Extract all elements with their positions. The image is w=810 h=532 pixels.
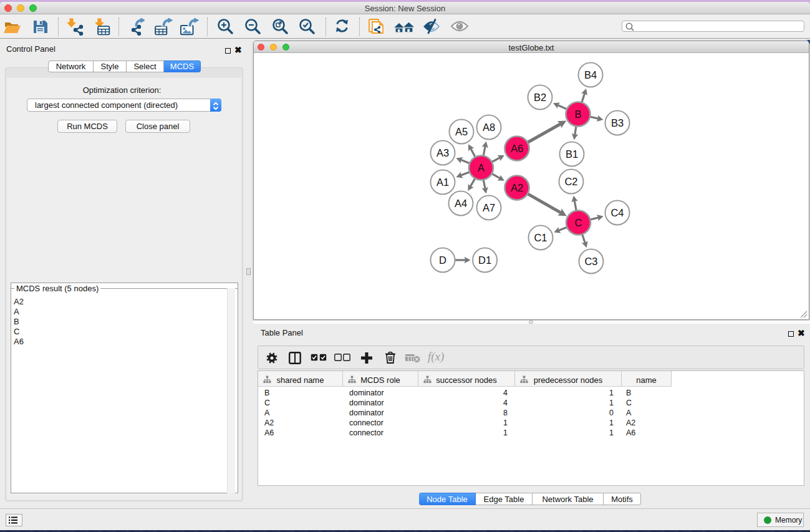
svg-text:A1: A1 <box>436 177 449 188</box>
svg-text:A6: A6 <box>511 143 523 154</box>
svg-text:B4: B4 <box>584 69 597 80</box>
svg-text:A5: A5 <box>455 126 468 137</box>
svg-text:C2: C2 <box>564 176 577 187</box>
svg-text:B3: B3 <box>611 117 624 128</box>
svg-text:B2: B2 <box>534 92 546 103</box>
svg-text:C: C <box>575 217 582 228</box>
svg-text:A2: A2 <box>511 182 523 193</box>
svg-text:B: B <box>574 109 581 120</box>
svg-text:C3: C3 <box>584 256 597 267</box>
svg-text:A8: A8 <box>483 122 495 133</box>
svg-text:B1: B1 <box>566 148 578 160</box>
svg-text:A: A <box>478 162 485 173</box>
svg-text:D1: D1 <box>478 254 491 266</box>
svg-text:C1: C1 <box>534 232 547 243</box>
svg-text:A4: A4 <box>455 198 467 209</box>
svg-text:A3: A3 <box>436 147 449 158</box>
svg-text:D: D <box>439 254 446 266</box>
svg-text:C4: C4 <box>610 207 624 218</box>
svg-text:A7: A7 <box>483 202 495 213</box>
